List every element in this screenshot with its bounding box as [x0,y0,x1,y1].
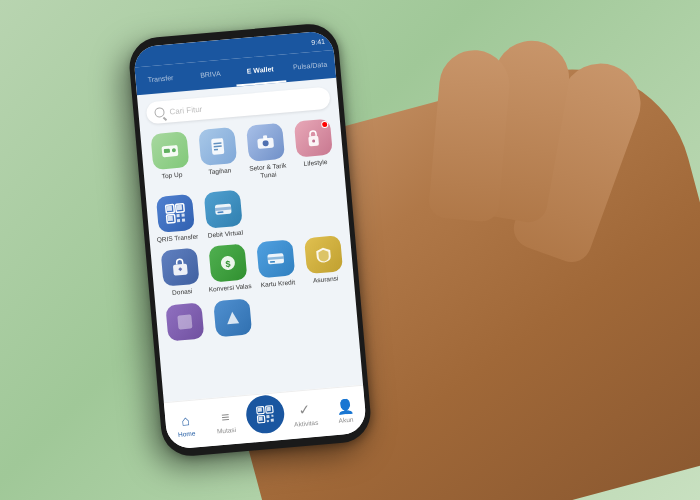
nav-home[interactable]: ⌂ Home [164,400,208,450]
app-qris[interactable]: QRIS Transfer [152,193,200,243]
nav-akun[interactable]: 👤 Akun [323,386,367,436]
svg-rect-38 [266,415,269,418]
nav-mutasi[interactable]: ≡ Mutasi [204,396,248,446]
svg-rect-9 [263,135,267,140]
app-donasi[interactable]: Donasi [157,248,205,298]
app-lifestyle[interactable]: Lifestyle [290,118,339,176]
app-tagihan[interactable]: Tagihan [194,127,243,185]
app-row4-3 [257,294,304,334]
home-icon: ⌂ [181,412,191,429]
tagihan-label: Tagihan [208,166,231,176]
app-debit[interactable]: Debit Virtual [200,189,248,239]
lifestyle-icon [294,119,333,158]
app-asuransi[interactable]: Asuransi [300,235,348,285]
notification-dot [321,121,329,129]
svg-rect-21 [182,218,185,221]
nav-home-label: Home [178,430,196,438]
phone-screen: 9:41 Transfer BRIVA E Wallet Pulsa/Data [133,30,367,450]
nav-qris[interactable] [244,393,288,443]
svg-text:$: $ [225,259,231,269]
topup-label: Top Up [161,171,182,181]
app-row4-2[interactable] [209,298,256,338]
tagihan-icon [198,127,237,166]
setor-icon [246,123,285,162]
app-empty-2 [295,181,343,231]
konversi-label: Konversi Valas [208,282,251,294]
nav-aktivitas-label: Aktivitas [294,419,319,428]
tab-ewallet[interactable]: E Wallet [234,54,286,86]
lifestyle-label: Lifestyle [303,158,327,168]
finger-3 [428,47,513,222]
asuransi-icon [304,236,343,275]
kartu-icon [256,240,295,279]
svg-rect-41 [271,419,274,422]
app-kartu[interactable]: Kartu Kredit [252,239,300,289]
setor-label: Setor & Tarik Tunai [245,161,290,180]
svg-rect-35 [267,407,271,411]
svg-rect-33 [258,408,262,412]
tab-briva[interactable]: BRIVA [184,59,236,91]
scene: 9:41 Transfer BRIVA E Wallet Pulsa/Data [0,0,700,500]
app-setor[interactable]: Setor & Tarik Tunai [242,122,291,180]
app-konversi[interactable]: $ Konversi Valas [204,244,252,294]
svg-rect-1 [164,149,170,154]
tab-pulsa[interactable]: Pulsa/Data [284,50,336,82]
tab-transfer[interactable]: Transfer [135,63,187,95]
nav-mutasi-label: Mutasi [217,426,237,435]
row4-icon-1 [165,303,204,342]
svg-line-4 [213,143,221,144]
qris-icon [156,193,195,232]
asuransi-label: Asuransi [313,275,339,285]
nav-akun-label: Akun [338,416,353,424]
qris-label: QRIS Transfer [156,232,198,243]
svg-rect-18 [176,214,179,217]
donasi-icon [161,248,200,287]
phone: 9:41 Transfer BRIVA E Wallet Pulsa/Data [127,22,373,459]
svg-rect-17 [168,215,173,220]
app-row4-4 [305,290,352,330]
mutasi-icon: ≡ [221,408,231,425]
search-placeholder: Cari Fitur [169,104,203,116]
svg-line-5 [214,146,222,147]
svg-rect-37 [258,417,262,421]
row4-icon-2 [213,298,252,337]
qris-button[interactable] [245,394,286,435]
search-icon [154,107,165,118]
konversi-icon: $ [208,244,247,283]
svg-rect-19 [181,213,184,216]
aktivitas-icon: ✓ [298,401,311,418]
svg-rect-39 [271,415,273,417]
svg-rect-40 [267,420,269,422]
nav-aktivitas[interactable]: ✓ Aktivitas [283,389,327,439]
debit-label: Debit Virtual [207,228,243,239]
svg-rect-13 [167,205,172,210]
app-empty-1 [248,185,296,235]
akun-icon: 👤 [336,398,354,415]
status-time: 9:41 [311,37,325,45]
bottom-nav: ⌂ Home ≡ Mutasi ✓ Aktivitas 👤 [164,385,367,450]
app-row4-1[interactable] [161,302,208,342]
donasi-label: Donasi [172,288,193,298]
debit-icon [204,189,243,228]
app-topup[interactable]: Top Up [146,131,195,189]
svg-rect-31 [177,315,192,330]
svg-rect-15 [177,204,182,209]
kartu-label: Kartu Kredit [260,279,295,290]
topup-icon [150,131,189,170]
svg-rect-20 [177,219,180,222]
